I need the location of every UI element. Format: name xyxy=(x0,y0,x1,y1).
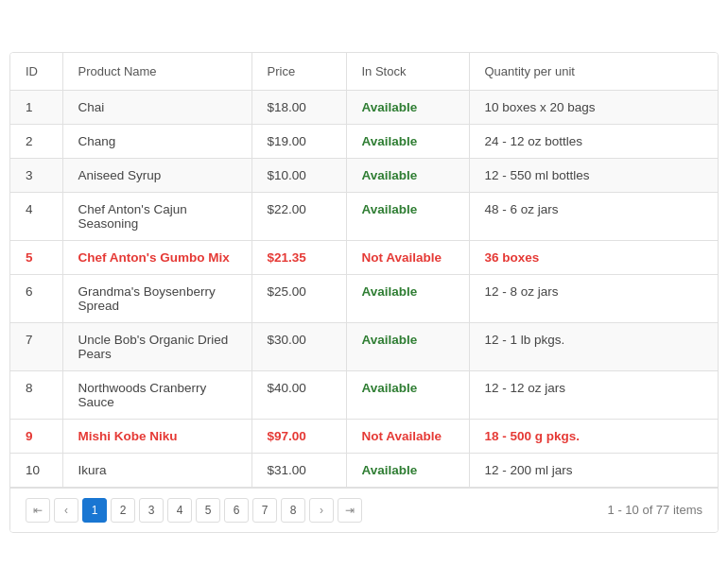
cell-stock: Available xyxy=(346,453,469,487)
col-header-name: Product Name xyxy=(62,53,251,91)
cell-qty: 12 - 550 ml bottles xyxy=(469,158,718,192)
cell-stock: Available xyxy=(346,192,469,240)
table-header-row: ID Product Name Price In Stock Quantity … xyxy=(10,53,718,91)
cell-name: Northwoods Cranberry Sauce xyxy=(62,370,251,419)
cell-price: $30.00 xyxy=(251,322,346,370)
table-row: 6 Grandma's Boysenberry Spread $25.00 Av… xyxy=(10,274,718,322)
cell-stock: Available xyxy=(346,370,469,419)
table-row: 1 Chai $18.00 Available 10 boxes x 20 ba… xyxy=(10,90,718,124)
cell-price: $40.00 xyxy=(251,370,346,419)
cell-id: 10 xyxy=(10,453,62,487)
table-row: 2 Chang $19.00 Available 24 - 12 oz bott… xyxy=(10,124,718,158)
cell-qty: 12 - 8 oz jars xyxy=(469,274,718,322)
first-page-button[interactable]: ⇤ xyxy=(26,498,50,523)
cell-name: Chef Anton's Cajun Seasoning xyxy=(62,192,251,240)
pagination-bar: ⇤ ‹ 12345678 › ⇥ 1 - 10 of 77 items xyxy=(10,488,718,532)
col-header-stock: In Stock xyxy=(346,53,469,91)
cell-stock: Available xyxy=(346,274,469,322)
last-page-button[interactable]: ⇥ xyxy=(338,498,362,523)
cell-qty: 12 - 1 lb pkgs. xyxy=(469,322,718,370)
cell-qty: 12 - 12 oz jars xyxy=(469,370,718,419)
cell-qty: 12 - 200 ml jars xyxy=(469,453,718,487)
cell-price: $10.00 xyxy=(251,158,346,192)
page-button-1[interactable]: 1 xyxy=(82,498,107,523)
cell-id: 2 xyxy=(10,124,62,158)
cell-price: $22.00 xyxy=(251,192,346,240)
cell-stock: Available xyxy=(346,124,469,158)
table-row: 3 Aniseed Syrup $10.00 Available 12 - 55… xyxy=(10,158,718,192)
table-row: 5 Chef Anton's Gumbo Mix $21.35 Not Avai… xyxy=(10,240,718,274)
cell-id: 3 xyxy=(10,158,62,192)
cell-name: Chef Anton's Gumbo Mix xyxy=(62,240,251,274)
table-row: 9 Mishi Kobe Niku $97.00 Not Available 1… xyxy=(10,419,718,453)
cell-qty: 48 - 6 oz jars xyxy=(469,192,718,240)
cell-name: Chai xyxy=(62,90,251,124)
table-row: 10 Ikura $31.00 Available 12 - 200 ml ja… xyxy=(10,453,718,487)
col-header-price: Price xyxy=(251,53,346,91)
prev-page-button[interactable]: ‹ xyxy=(54,498,78,523)
products-table: ID Product Name Price In Stock Quantity … xyxy=(10,53,718,488)
col-header-id: ID xyxy=(10,53,62,91)
cell-price: $18.00 xyxy=(251,90,346,124)
cell-name: Chang xyxy=(62,124,251,158)
page-button-4[interactable]: 4 xyxy=(167,498,192,523)
cell-qty: 10 boxes x 20 bags xyxy=(469,90,718,124)
cell-name: Uncle Bob's Organic Dried Pears xyxy=(62,322,251,370)
cell-id: 7 xyxy=(10,322,62,370)
table-row: 8 Northwoods Cranberry Sauce $40.00 Avai… xyxy=(10,370,718,419)
cell-name: Aniseed Syrup xyxy=(62,158,251,192)
page-button-6[interactable]: 6 xyxy=(224,498,249,523)
cell-id: 1 xyxy=(10,90,62,124)
page-button-8[interactable]: 8 xyxy=(281,498,305,523)
cell-id: 5 xyxy=(10,240,62,274)
table-row: 4 Chef Anton's Cajun Seasoning $22.00 Av… xyxy=(10,192,718,240)
cell-name: Ikura xyxy=(62,453,251,487)
cell-stock: Available xyxy=(346,90,469,124)
page-button-7[interactable]: 7 xyxy=(252,498,277,523)
cell-id: 8 xyxy=(10,370,62,419)
page-button-3[interactable]: 3 xyxy=(139,498,164,523)
cell-price: $31.00 xyxy=(251,453,346,487)
page-button-5[interactable]: 5 xyxy=(196,498,220,523)
pagination-summary: 1 - 10 of 77 items xyxy=(608,503,702,517)
cell-stock: Not Available xyxy=(346,419,469,453)
cell-id: 9 xyxy=(10,419,62,453)
cell-name: Mishi Kobe Niku xyxy=(62,419,251,453)
cell-price: $19.00 xyxy=(251,124,346,158)
cell-stock: Available xyxy=(346,322,469,370)
col-header-qty: Quantity per unit xyxy=(469,53,718,91)
table-row: 7 Uncle Bob's Organic Dried Pears $30.00… xyxy=(10,322,718,370)
page-button-2[interactable]: 2 xyxy=(111,498,135,523)
cell-price: $21.35 xyxy=(251,240,346,274)
cell-price: $97.00 xyxy=(251,419,346,453)
cell-qty: 36 boxes xyxy=(469,240,718,274)
cell-qty: 18 - 500 g pkgs. xyxy=(469,419,718,453)
next-page-button[interactable]: › xyxy=(309,498,334,523)
cell-qty: 24 - 12 oz bottles xyxy=(469,124,718,158)
pagination-controls: ⇤ ‹ 12345678 › ⇥ xyxy=(26,498,362,523)
cell-price: $25.00 xyxy=(251,274,346,322)
cell-name: Grandma's Boysenberry Spread xyxy=(62,274,251,322)
cell-stock: Not Available xyxy=(346,240,469,274)
cell-stock: Available xyxy=(346,158,469,192)
main-container: ID Product Name Price In Stock Quantity … xyxy=(9,52,719,533)
cell-id: 6 xyxy=(10,274,62,322)
cell-id: 4 xyxy=(10,192,62,240)
